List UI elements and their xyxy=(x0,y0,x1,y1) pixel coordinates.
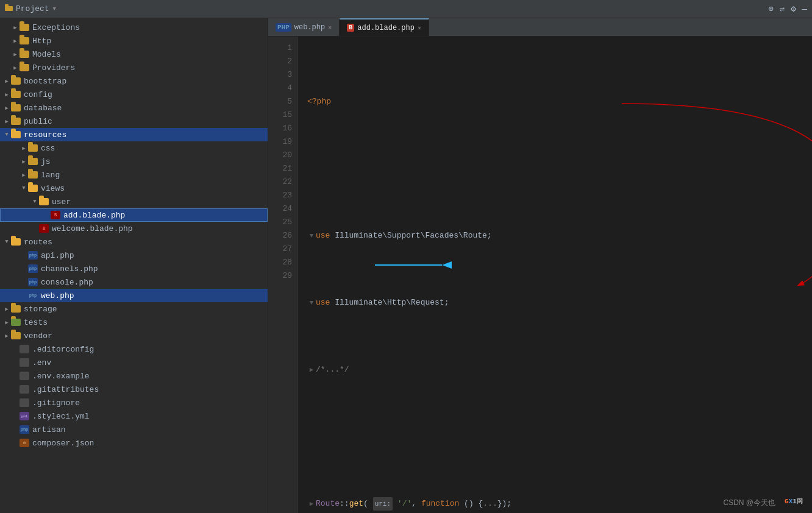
add-blade-label: add.blade.php xyxy=(63,211,125,220)
sidebar-item-editorconfig[interactable]: .editorconfig xyxy=(0,342,268,356)
sidebar-item-database[interactable]: database xyxy=(0,101,268,115)
tab-close-web-php[interactable]: ✕ xyxy=(328,24,332,31)
sidebar-item-styleci[interactable]: yml .styleci.yml xyxy=(0,409,268,423)
sidebar-item-storage[interactable]: storage xyxy=(0,302,268,316)
folder-icon-public xyxy=(11,118,21,125)
sidebar-item-web-php[interactable]: php web.php xyxy=(0,289,268,302)
use-kw-2: use xyxy=(316,296,335,310)
sidebar-item-env-example[interactable]: .env.example xyxy=(0,369,268,383)
project-dropdown-icon[interactable]: ▼ xyxy=(53,6,56,12)
sidebar-item-add-blade[interactable]: B add.blade.php xyxy=(0,208,268,222)
main-layout: Exceptions Http Models Providers bootstr… xyxy=(0,18,812,513)
use-kw-1: use xyxy=(316,229,335,242)
folder-icon-views xyxy=(28,185,38,192)
project-title: Project ▼ xyxy=(5,4,56,14)
uri-label-1: uri: xyxy=(373,497,393,511)
globe-icon[interactable]: ⊕ xyxy=(768,4,773,14)
public-label: public xyxy=(24,117,52,126)
project-label: Project xyxy=(16,4,49,13)
sync-icon[interactable]: ⇌ xyxy=(780,4,785,14)
icon-editorconfig xyxy=(20,345,29,353)
sidebar-item-gitattributes[interactable]: .gitattributes xyxy=(0,383,268,396)
artisan-label: artisan xyxy=(32,425,66,434)
function-kw-1: function xyxy=(421,497,459,511)
folder-icon-lang xyxy=(28,171,38,179)
sidebar-item-js[interactable]: js xyxy=(0,155,268,168)
sidebar-item-env[interactable]: .env xyxy=(0,356,268,369)
sidebar-item-composer[interactable]: ⚙ composer.json xyxy=(0,436,268,450)
icon-styleci: yml xyxy=(20,412,29,420)
tab-add-blade[interactable]: B add.blade.php ✕ xyxy=(340,18,429,36)
sidebar-item-gitignore[interactable]: .gitignore xyxy=(0,396,268,409)
settings-icon[interactable]: ⚙ xyxy=(791,4,796,14)
chevron-public xyxy=(2,117,11,126)
styleci-label: .styleci.yml xyxy=(32,412,90,421)
sidebar-item-views[interactable]: views xyxy=(0,182,268,195)
sidebar-item-channels-php[interactable]: php channels.php xyxy=(0,262,268,275)
sidebar-item-css[interactable]: css xyxy=(0,141,268,155)
minimize-icon[interactable]: — xyxy=(802,4,807,14)
sidebar-item-bootstrap[interactable]: bootstrap xyxy=(0,74,268,88)
sidebar-item-config[interactable]: config xyxy=(0,88,268,101)
folder-icon-routes xyxy=(11,238,21,246)
sidebar-item-user[interactable]: user xyxy=(0,195,268,208)
chevron-storage xyxy=(2,305,11,313)
svg-rect-1 xyxy=(5,4,9,7)
chevron-models xyxy=(11,50,20,58)
sidebar-item-public[interactable]: public xyxy=(0,115,268,128)
code-container: 1 2 3 4 5 15 16 19 20 21 22 23 24 25 26 … xyxy=(268,37,812,513)
css-label: css xyxy=(41,144,55,153)
tab-close-add-blade[interactable]: ✕ xyxy=(418,24,421,32)
folder-icon-database xyxy=(11,104,21,111)
composer-label: composer.json xyxy=(32,439,94,448)
models-label: Models xyxy=(32,50,61,59)
channels-php-label: channels.php xyxy=(41,264,98,274)
code-content[interactable]: <?php ▼ use Illuminate\Support\Facades\R… xyxy=(297,37,812,513)
chevron-database xyxy=(2,104,11,112)
fold-5: ▶ xyxy=(307,363,316,377)
comment-block: /*...*/ xyxy=(316,363,349,377)
folder-icon-user xyxy=(39,198,49,205)
lang-label: lang xyxy=(41,171,60,180)
folder-icon-storage xyxy=(11,305,21,313)
folder-icon-bootstrap xyxy=(11,77,21,85)
code-editor[interactable]: 1 2 3 4 5 15 16 19 20 21 22 23 24 25 26 … xyxy=(268,37,812,513)
route-class-1: Route xyxy=(316,497,340,511)
sidebar-item-lang[interactable]: lang xyxy=(0,168,268,182)
fold-3: ▼ xyxy=(307,229,316,242)
icon-gitignore xyxy=(20,398,29,407)
env-label: .env xyxy=(32,358,51,367)
vendor-label: vendor xyxy=(24,331,52,341)
blade-icon-add: B xyxy=(51,211,60,219)
tab-label-add-blade: add.blade.php xyxy=(357,24,415,32)
sidebar-item-resources[interactable]: resources xyxy=(0,128,268,141)
sidebar-item-vendor[interactable]: vendor xyxy=(0,329,268,342)
sidebar-item-routes[interactable]: routes xyxy=(0,235,268,249)
chevron-vendor xyxy=(2,331,11,340)
storage-label: storage xyxy=(24,305,57,314)
sidebar-item-providers[interactable]: Providers xyxy=(0,61,268,74)
line-numbers: 1 2 3 4 5 15 16 19 20 21 22 23 24 25 26 … xyxy=(268,37,297,513)
php-icon-console: php xyxy=(28,278,38,286)
gitattributes-label: .gitattributes xyxy=(32,385,99,394)
file-tree-sidebar: Exceptions Http Models Providers bootstr… xyxy=(0,18,268,513)
api-php-label: api.php xyxy=(41,251,74,260)
sidebar-item-console-php[interactable]: php console.php xyxy=(0,275,268,289)
folder-icon-exceptions xyxy=(20,24,29,31)
title-bar: Project ▼ ⊕ ⇌ ⚙ — xyxy=(0,0,812,18)
sidebar-item-tests[interactable]: tests xyxy=(0,316,268,329)
sidebar-item-http[interactable]: Http xyxy=(0,34,268,48)
views-label: views xyxy=(41,184,65,193)
blade-icon-welcome: B xyxy=(39,224,49,233)
chevron-css xyxy=(20,144,28,152)
sidebar-item-api-php[interactable]: php api.php xyxy=(0,249,268,262)
sidebar-item-exceptions[interactable]: Exceptions xyxy=(0,21,268,34)
welcome-blade-label: welcome.blade.php xyxy=(52,224,133,233)
folder-icon-http xyxy=(20,37,29,44)
tab-web-php[interactable]: PHP web.php ✕ xyxy=(268,18,340,36)
folder-icon-css xyxy=(28,144,38,152)
sidebar-item-models[interactable]: Models xyxy=(0,48,268,61)
logo-1: 1 xyxy=(792,498,797,505)
sidebar-item-artisan[interactable]: php artisan xyxy=(0,423,268,436)
sidebar-item-welcome-blade[interactable]: B welcome.blade.php xyxy=(0,222,268,235)
